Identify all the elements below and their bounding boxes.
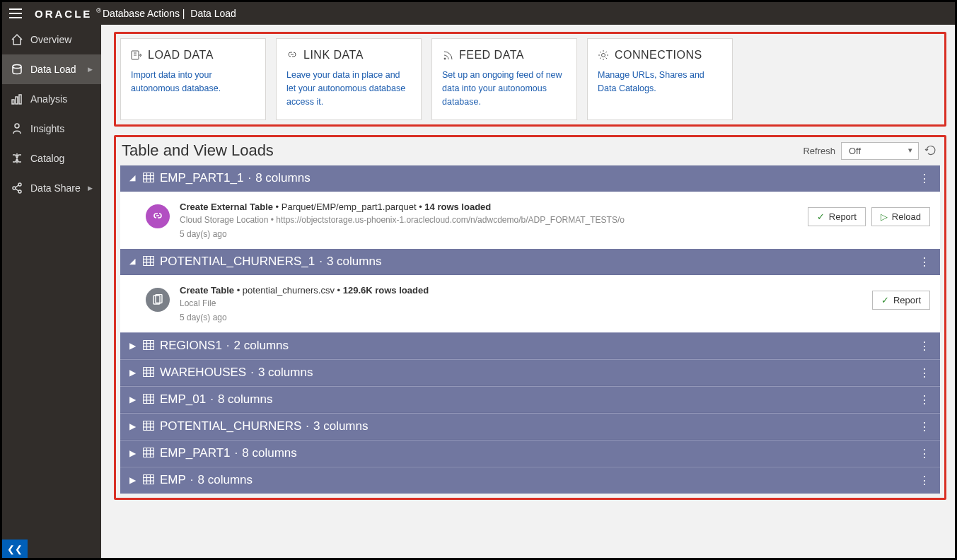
svg-rect-11 xyxy=(144,173,154,182)
svg-rect-33 xyxy=(144,395,154,404)
hamburger-icon[interactable] xyxy=(9,8,22,18)
sidebar-item-label: Catalog xyxy=(30,153,64,164)
kebab-menu-icon[interactable]: ⋮ xyxy=(916,420,933,433)
report-button[interactable]: ✓Report xyxy=(808,207,866,226)
load-row[interactable]: EMP8 columns⋮ xyxy=(120,467,940,494)
card-connections[interactable]: CONNECTIONS Manage URLs, Shares and Data… xyxy=(587,38,733,120)
svg-rect-48 xyxy=(144,475,154,484)
detail-age: 5 day(s) ago xyxy=(180,229,798,239)
load-row[interactable]: EMP_018 columns⋮ xyxy=(120,386,940,413)
detail-age: 5 day(s) ago xyxy=(180,313,862,322)
svg-point-7 xyxy=(18,190,21,193)
load-name: POTENTIAL_CHURNERS3 columns xyxy=(160,419,368,433)
table-icon xyxy=(143,340,154,353)
load-detail: Create Table • potential_churners.csv • … xyxy=(120,275,940,332)
svg-rect-3 xyxy=(19,95,21,104)
load-detail: Create External Table • Parquet/EMP/emp_… xyxy=(120,192,940,249)
insights-icon xyxy=(11,122,23,135)
sidebar-collapse-button[interactable]: ❮❮ xyxy=(2,539,28,558)
table-icon xyxy=(143,474,154,487)
svg-point-5 xyxy=(13,187,16,189)
load-name: WAREHOUSES3 columns xyxy=(160,366,313,380)
load-name: EMP_018 columns xyxy=(160,392,272,407)
card-desc: Set up an ongoing feed of new data into … xyxy=(442,69,567,108)
card-title: LOAD DATA xyxy=(148,49,214,62)
kebab-menu-icon[interactable]: ⋮ xyxy=(916,447,933,460)
check-icon: ✓ xyxy=(817,211,825,222)
file-icon xyxy=(152,294,163,305)
expand-icon xyxy=(127,421,137,431)
gear-icon xyxy=(598,49,609,61)
svg-point-10 xyxy=(602,54,605,57)
brand-logo: ORACLE xyxy=(35,8,92,20)
card-link-data[interactable]: LINK DATA Leave your data in place and l… xyxy=(276,38,422,120)
svg-rect-2 xyxy=(16,97,18,104)
link-data-icon xyxy=(286,49,298,61)
sidebar-item-overview[interactable]: Overview xyxy=(2,25,101,54)
registered-mark: ® xyxy=(96,7,101,14)
load-name: EMP8 columns xyxy=(160,473,253,487)
load-name: EMP_PART1_18 columns xyxy=(160,171,311,185)
load-name: POTENTIAL_CHURNERS_13 columns xyxy=(160,255,381,269)
svg-rect-38 xyxy=(144,421,154,431)
sidebar-item-insights[interactable]: Insights xyxy=(2,114,101,144)
load-row[interactable]: POTENTIAL_CHURNERS_13 columns⋮ xyxy=(120,249,940,275)
table-icon xyxy=(143,448,154,460)
report-button[interactable]: ✓Report xyxy=(872,291,930,310)
expand-icon xyxy=(127,395,137,404)
kebab-menu-icon[interactable]: ⋮ xyxy=(916,255,933,269)
sidebar-item-analysis[interactable]: Analysis xyxy=(2,84,101,114)
svg-point-6 xyxy=(18,183,21,186)
sidebar-item-label: Analysis xyxy=(30,93,67,105)
reload-button[interactable]: ▷Reload xyxy=(871,207,930,226)
load-name: EMP_PART18 columns xyxy=(160,446,297,460)
sidebar-item-label: Data Load xyxy=(30,64,76,75)
expand-icon xyxy=(127,341,137,351)
sidebar-item-datashare[interactable]: Data Share ▶ xyxy=(2,173,101,203)
card-load-data[interactable]: LOAD DATA Import data into your autonomo… xyxy=(120,38,266,120)
svg-point-0 xyxy=(13,65,21,69)
svg-point-4 xyxy=(15,124,19,128)
detail-line2: Cloud Storage Location • https://objects… xyxy=(180,215,798,225)
load-icon xyxy=(11,63,23,76)
kebab-menu-icon[interactable]: ⋮ xyxy=(916,339,933,353)
kebab-menu-icon[interactable]: ⋮ xyxy=(916,366,933,380)
cards-row: LOAD DATA Import data into your autonomo… xyxy=(114,32,946,127)
card-feed-data[interactable]: FEED DATA Set up an ongoing feed of new … xyxy=(431,38,577,120)
analysis-icon xyxy=(11,93,23,105)
loads-section: Table and View Loads Refresh Off EMP_PAR… xyxy=(114,135,946,500)
loads-title: Table and View Loads xyxy=(122,141,274,160)
load-data-icon xyxy=(131,49,142,61)
refresh-select[interactable]: Off xyxy=(841,142,919,160)
page-title: Database Actions | Data Load xyxy=(103,8,236,19)
load-name: REGIONS12 columns xyxy=(160,339,289,353)
refresh-label: Refresh xyxy=(803,146,835,156)
sidebar-item-catalog[interactable]: Catalog xyxy=(2,144,101,173)
load-row[interactable]: EMP_PART1_18 columns⋮ xyxy=(120,165,940,192)
kebab-menu-icon[interactable]: ⋮ xyxy=(916,393,933,407)
sidebar-item-dataload[interactable]: Data Load ▶ xyxy=(2,54,101,84)
svg-rect-43 xyxy=(144,448,154,457)
svg-rect-16 xyxy=(144,257,154,266)
kebab-menu-icon[interactable]: ⋮ xyxy=(916,172,933,185)
check-icon: ✓ xyxy=(881,295,889,305)
card-desc: Leave your data in place and let your au… xyxy=(286,69,411,108)
svg-rect-23 xyxy=(144,341,154,350)
load-row[interactable]: POTENTIAL_CHURNERS3 columns⋮ xyxy=(120,413,940,440)
card-title: FEED DATA xyxy=(459,49,524,62)
refresh-icon[interactable] xyxy=(924,144,937,157)
load-row[interactable]: WAREHOUSES3 columns⋮ xyxy=(120,359,940,386)
share-icon xyxy=(11,182,23,194)
detail-type-icon xyxy=(146,288,170,312)
sidebar-item-label: Overview xyxy=(30,34,71,45)
kebab-menu-icon[interactable]: ⋮ xyxy=(916,474,933,487)
chevron-right-icon: ▶ xyxy=(88,66,93,73)
link-icon xyxy=(152,211,163,222)
chevrons-left-icon: ❮❮ xyxy=(7,544,23,554)
load-row[interactable]: REGIONS12 columns⋮ xyxy=(120,332,940,359)
load-row[interactable]: EMP_PART18 columns⋮ xyxy=(120,440,940,467)
sidebar: Overview Data Load ▶ Analysis Insights C… xyxy=(2,25,101,558)
detail-line2: Local File xyxy=(180,298,862,308)
expand-icon xyxy=(127,448,137,458)
detail-line1: Create Table • potential_churners.csv • … xyxy=(180,285,862,296)
